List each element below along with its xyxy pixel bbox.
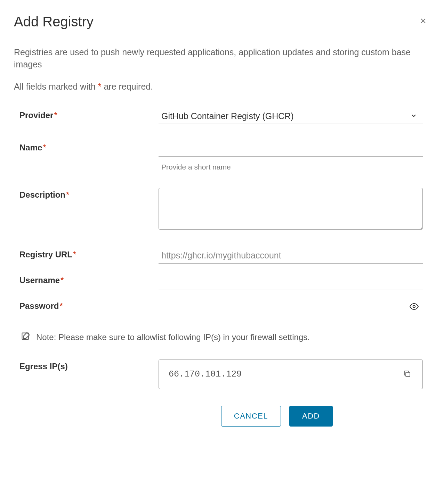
eye-icon bbox=[410, 307, 419, 312]
registry-url-input[interactable] bbox=[159, 248, 423, 264]
provider-select[interactable]: GitHub Container Registy (GHCR) bbox=[159, 108, 423, 124]
close-button[interactable] bbox=[416, 14, 430, 29]
svg-point-0 bbox=[413, 305, 415, 308]
registry-url-label-text: Registry URL bbox=[19, 250, 72, 259]
username-label: Username* bbox=[19, 273, 159, 285]
egress-ip-box: 66.170.101.129 bbox=[159, 360, 423, 389]
page-title: Add Registry bbox=[14, 14, 94, 30]
svg-rect-2 bbox=[406, 372, 410, 377]
close-icon bbox=[419, 17, 427, 26]
required-note-prefix: All fields marked with bbox=[14, 82, 98, 91]
provider-label: Provider* bbox=[19, 108, 159, 120]
required-marker: * bbox=[66, 190, 69, 199]
add-button[interactable]: ADD bbox=[289, 406, 333, 427]
description-label-text: Description bbox=[19, 190, 65, 199]
required-marker: * bbox=[60, 275, 64, 285]
name-label: Name* bbox=[19, 141, 159, 152]
egress-label: Egress IP(s) bbox=[19, 360, 159, 371]
password-label-text: Password bbox=[19, 301, 59, 311]
show-password-button[interactable] bbox=[408, 301, 420, 314]
name-input[interactable] bbox=[159, 141, 423, 157]
copy-button[interactable] bbox=[402, 368, 413, 380]
name-hint: Provide a short name bbox=[159, 163, 423, 171]
provider-label-text: Provider bbox=[19, 110, 53, 120]
registry-url-label: Registry URL* bbox=[19, 248, 159, 259]
name-label-text: Name bbox=[19, 143, 42, 152]
cancel-button[interactable]: CANCEL bbox=[221, 406, 281, 427]
password-input[interactable] bbox=[159, 299, 423, 315]
required-marker: * bbox=[54, 110, 57, 120]
description-label: Description* bbox=[19, 188, 159, 200]
allowlist-note: Note: Please make sure to allowlist foll… bbox=[36, 332, 310, 342]
username-input[interactable] bbox=[159, 273, 423, 289]
copy-icon bbox=[403, 374, 411, 379]
password-label: Password* bbox=[19, 299, 159, 311]
intro-description: Registries are used to push newly reques… bbox=[14, 46, 430, 71]
required-marker: * bbox=[59, 301, 63, 311]
description-textarea[interactable] bbox=[159, 188, 423, 230]
required-note-suffix: are required. bbox=[101, 82, 153, 91]
required-marker: * bbox=[43, 143, 46, 152]
username-label-text: Username bbox=[19, 275, 60, 285]
note-icon bbox=[21, 332, 31, 343]
egress-ip-value: 66.170.101.129 bbox=[169, 369, 242, 379]
required-marker: * bbox=[73, 250, 76, 259]
required-note: All fields marked with * are required. bbox=[14, 82, 430, 92]
egress-label-text: Egress IP(s) bbox=[19, 362, 68, 371]
